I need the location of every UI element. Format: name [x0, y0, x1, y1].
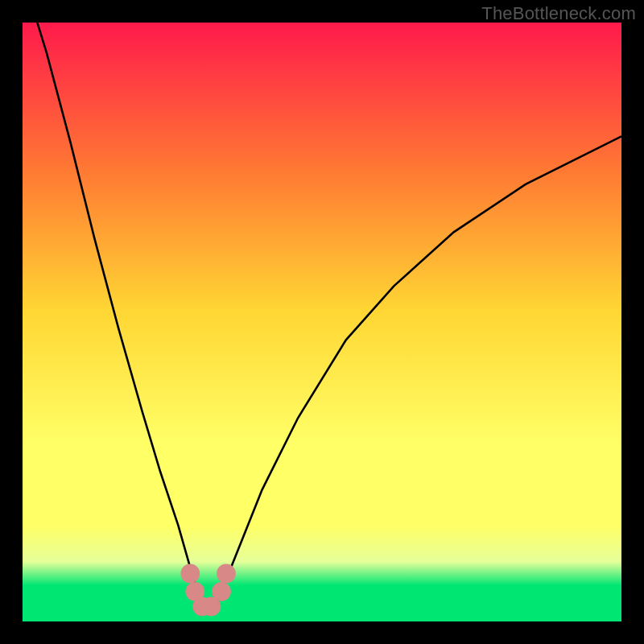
bottleneck-chart — [23, 23, 621, 621]
marker-left-top — [180, 564, 200, 584]
gradient-background — [23, 23, 621, 621]
marker-right-mid — [212, 582, 231, 601]
chart-frame: TheBottleneck.com — [0, 0, 644, 644]
marker-right-top — [217, 564, 236, 584]
watermark-text: TheBottleneck.com — [481, 3, 636, 24]
